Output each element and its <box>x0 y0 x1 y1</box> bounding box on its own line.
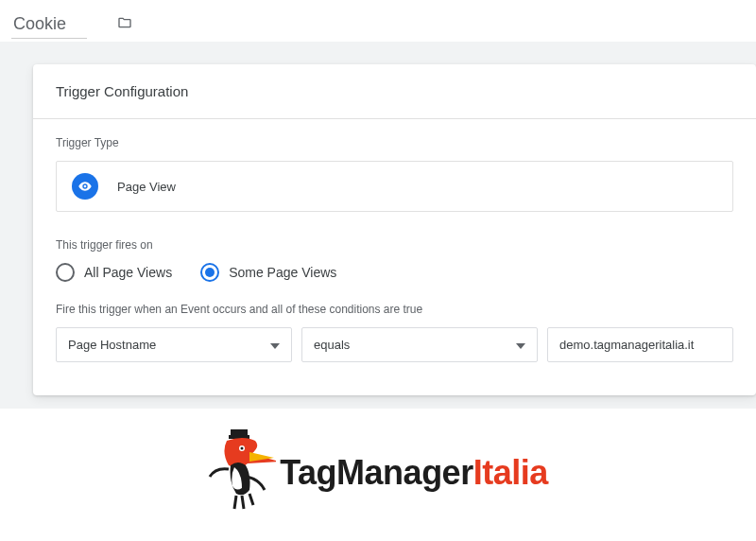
fires-on-label: This trigger fires on <box>56 238 733 252</box>
fires-on-section: This trigger fires on All Page Views Som… <box>56 238 733 282</box>
trigger-type-selector[interactable]: Page View <box>56 161 733 212</box>
condition-operator-select[interactable]: equals <box>301 327 538 362</box>
logo-text-part2: Italia <box>473 453 548 492</box>
radio-some-page-views[interactable]: Some Page Views <box>200 263 336 282</box>
svg-rect-0 <box>231 429 248 435</box>
condition-variable-value: Page Hostname <box>68 338 156 352</box>
logo-area: TagManagerItalia <box>0 409 756 518</box>
trigger-config-card: Trigger Configuration Trigger Type Page … <box>33 64 756 395</box>
condition-operator-value: equals <box>314 338 350 352</box>
page-view-icon <box>72 173 98 200</box>
trigger-name-input[interactable] <box>11 10 87 39</box>
trigger-type-label: Trigger Type <box>56 136 733 149</box>
top-bar <box>0 0 756 42</box>
logo: TagManagerItalia <box>208 428 547 518</box>
radio-group: All Page Views Some Page Views <box>56 263 733 282</box>
svg-point-3 <box>241 447 244 450</box>
logo-text: TagManagerItalia <box>280 453 547 493</box>
radio-some-label: Some Page Views <box>229 265 336 280</box>
radio-all-page-views[interactable]: All Page Views <box>56 263 172 282</box>
caret-down-icon <box>516 338 525 352</box>
trigger-type-value: Page View <box>117 180 176 194</box>
conditions-label: Fire this trigger when an Event occurs a… <box>56 303 733 316</box>
condition-variable-select[interactable]: Page Hostname <box>56 327 292 362</box>
caret-down-icon <box>270 338 280 352</box>
radio-unselected-icon <box>56 263 75 282</box>
logo-text-part1: TagManager <box>280 453 472 492</box>
card-body: Trigger Type Page View This trigger fire… <box>33 119 756 362</box>
folder-icon[interactable] <box>115 15 134 34</box>
radio-selected-icon <box>200 263 219 282</box>
woodpecker-icon <box>208 428 276 518</box>
workspace: Trigger Configuration Trigger Type Page … <box>0 42 756 409</box>
radio-all-label: All Page Views <box>84 265 172 280</box>
condition-row: Page Hostname equals <box>56 327 733 362</box>
card-header: Trigger Configuration <box>33 64 756 119</box>
condition-value-input[interactable] <box>547 327 733 362</box>
